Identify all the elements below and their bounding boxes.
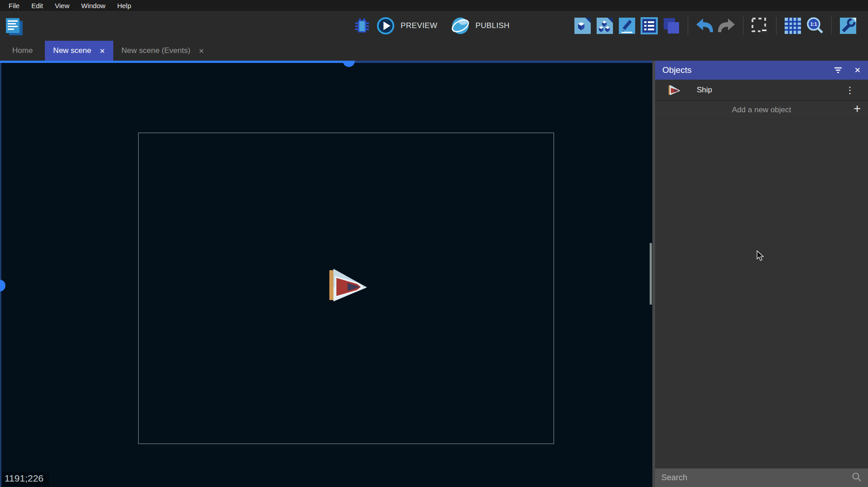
svg-text:1:1: 1:1 — [810, 22, 817, 27]
horizontal-scroll-track — [349, 61, 652, 63]
more-options-icon[interactable]: ⋮ — [844, 85, 856, 95]
zoom-1-1-icon[interactable]: 1:1 — [806, 17, 824, 35]
vertical-scroll-line — [0, 61, 1, 487]
preview-play-icon[interactable] — [376, 16, 395, 35]
vertical-scroll-handle[interactable] — [0, 280, 5, 291]
objects-panel-header: Objects ✕ — [655, 61, 868, 80]
plus-icon[interactable]: + — [854, 103, 861, 115]
ship-thumbnail-icon — [669, 84, 680, 96]
menu-window[interactable]: Window — [75, 1, 111, 10]
tab-new-scene-events[interactable]: New scene (Events) ✕ — [113, 41, 212, 61]
cursor-coordinates-label: 1191;226 — [2, 472, 49, 486]
publish-button[interactable]: PUBLISH — [475, 21, 510, 30]
redo-icon[interactable] — [718, 17, 736, 35]
publish-globe-icon[interactable] — [451, 16, 470, 35]
toolbar-separator — [831, 17, 832, 35]
close-icon[interactable]: ✕ — [854, 66, 861, 75]
search-bar — [655, 468, 868, 487]
layers-icon[interactable] — [662, 17, 680, 35]
menu-help[interactable]: Help — [111, 1, 137, 10]
tab-new-scene[interactable]: New scene ✕ — [45, 41, 113, 61]
clear-selection-icon[interactable] — [751, 17, 769, 35]
search-input[interactable] — [661, 473, 852, 482]
toolbar-separator — [776, 17, 776, 35]
menu-edit[interactable]: Edit — [25, 1, 49, 10]
close-icon[interactable]: ✕ — [198, 48, 204, 54]
debug-icon[interactable] — [353, 17, 371, 34]
scene-canvas[interactable]: 1191;226 — [0, 61, 652, 487]
objects-panel-icon[interactable] — [574, 17, 592, 35]
grid-icon[interactable] — [784, 17, 802, 35]
project-manager-icon[interactable] — [4, 16, 24, 37]
tab-label: New scene — [53, 46, 91, 55]
settings-wrench-icon[interactable] — [839, 17, 857, 35]
menu-file[interactable]: File — [3, 1, 25, 10]
canvas-vertical-scrollbar[interactable] — [650, 243, 652, 305]
object-name: Ship — [697, 86, 844, 95]
undo-icon[interactable] — [695, 17, 714, 35]
object-row-ship[interactable]: Ship ⋮ — [655, 80, 868, 101]
ship-instance[interactable] — [329, 268, 367, 302]
close-icon[interactable]: ✕ — [99, 48, 105, 54]
add-new-object-label: Add a new object — [732, 105, 791, 115]
objects-panel: Objects ✕ Ship ⋮ Add a new object + — [655, 61, 868, 487]
horizontal-scroll-handle[interactable] — [343, 61, 355, 67]
toolbar-separator — [688, 17, 688, 35]
tab-home[interactable]: Home — [0, 41, 45, 61]
project-manager-icon — [4, 16, 24, 37]
mouse-cursor — [757, 250, 764, 262]
panel-title: Objects — [662, 65, 822, 75]
object-groups-icon[interactable] — [596, 17, 614, 35]
add-new-object-button[interactable]: Add a new object + — [655, 101, 868, 119]
properties-icon[interactable] — [618, 17, 636, 35]
tab-strip: Home New scene ✕ New scene (Events) ✕ — [0, 41, 868, 61]
tab-label: New scene (Events) — [121, 46, 190, 55]
horizontal-scroll-line — [0, 61, 349, 63]
toolbar: PREVIEW PUBLISH — [0, 11, 868, 41]
filter-icon[interactable] — [834, 67, 843, 74]
panel-empty-area — [655, 119, 868, 468]
preview-button[interactable]: PREVIEW — [400, 21, 437, 30]
menu-view[interactable]: View — [49, 1, 75, 10]
instances-list-icon[interactable] — [640, 17, 658, 35]
tab-label: Home — [12, 46, 33, 55]
toolbar-separator — [743, 17, 743, 35]
search-icon[interactable] — [852, 472, 862, 484]
menu-bar: File Edit View Window Help — [0, 0, 868, 11]
